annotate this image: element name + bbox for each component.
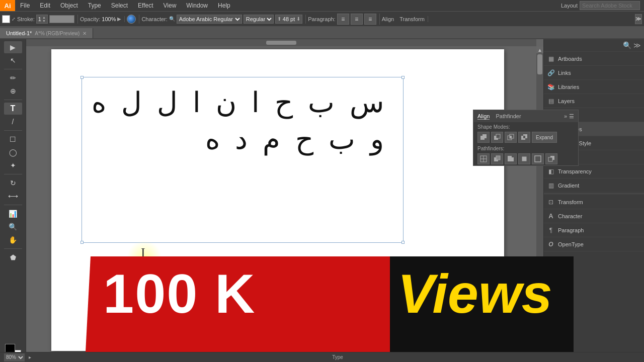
menu-help[interactable]: Help [213,1,235,10]
rect-tool[interactable]: ☐ [4,133,22,145]
panel-opentype[interactable]: O OpenType [544,237,644,251]
arabic-line1: س ب ح ا ن ا ل ل ه [92,84,388,121]
panel-gradient[interactable]: ▥ Gradient [544,178,644,193]
opentype-label: OpenType [558,241,584,247]
panel-links[interactable]: 🔗 Links [544,66,644,80]
layers-icon: ▤ [547,97,555,105]
hand-tool[interactable]: ✋ [4,234,22,246]
transparency-icon: ◧ [547,167,555,175]
scroll-thumb[interactable] [537,54,542,74]
align-panel-header[interactable]: Align Pathfinder » ☰ [473,110,578,122]
main-area: ▶ ↖ ✏ ⊕ T / ☐ ◯ ✦ ↻ ⟷ 📊 🔍 ✋ ⬟ [0,39,644,362]
pathfinders-label: Pathfinders: [473,144,578,152]
h-scroll-thumb[interactable] [266,41,296,45]
select-tool[interactable]: ▶ [4,41,22,53]
menu-bar: Ai File Edit Object Type Select Effect V… [0,0,644,11]
handle-br[interactable] [401,241,405,244]
scroll-up-btn[interactable]: ▲ [536,46,543,53]
document-tab[interactable]: Untitled-1* A*% (RGB/Preview) ✕ [0,28,93,38]
panel-toggle-btn[interactable]: ≫ [635,14,642,24]
merge-btn[interactable] [505,153,517,164]
panel-expand-arrows[interactable]: » [564,113,567,120]
type-tool[interactable]: T [4,103,22,115]
panel-libraries[interactable]: 📚 Libraries [544,80,644,94]
zoom-select[interactable]: 80% [4,353,25,361]
menu-view[interactable]: View [158,1,182,10]
menu-file[interactable]: File [15,1,35,10]
color-circle[interactable] [127,15,136,24]
panel-transform[interactable]: ⊡ Transform [544,195,644,209]
handle-bl[interactable] [80,241,84,244]
tab-close-btn[interactable]: ✕ [83,31,87,36]
minus-back-btn[interactable] [545,153,557,164]
stroke-down[interactable]: ▼ [42,19,46,23]
v-scrollbar[interactable]: ▲ ▼ [536,46,543,362]
panel-menu-btn[interactable]: ☰ [569,113,574,120]
character-label: Character: [141,16,167,22]
panel-paragraph[interactable]: ¶ Paragraph [544,223,644,237]
menu-effect[interactable]: Effect [133,1,158,10]
star-tool[interactable]: ✦ [4,159,22,171]
artboard-tool[interactable]: ⬟ [4,251,22,263]
scroll-track[interactable] [536,53,543,362]
fill-color-swatch[interactable] [2,15,10,23]
pen-tool[interactable]: ✏ [4,72,22,84]
unite-btn[interactable] [477,132,490,143]
panel-tabs: Align Pathfinder [477,113,521,120]
opacity-value: 100% [102,16,116,22]
stroke-up[interactable]: ▲ [42,16,46,19]
search-panel-icon[interactable]: 🔍 [623,41,631,49]
align-tab[interactable]: Align [477,113,490,120]
menu-select[interactable]: Select [106,1,133,10]
search-stock-input[interactable] [580,1,640,10]
intersect-btn[interactable] [505,132,517,143]
handle-tr[interactable] [401,76,405,79]
expand-shape-btn[interactable]: Expand [532,132,557,143]
align-left-btn[interactable]: ≡ [337,14,349,25]
trim-btn[interactable] [491,153,503,164]
ellipse-tool[interactable]: ◯ [4,146,22,158]
svg-rect-3 [496,134,500,138]
tab-name: Untitled-1* [6,30,32,36]
paragraph-panel-icon: ¶ [547,226,555,234]
pathfinders-row [473,152,578,165]
font-style-select[interactable]: Regular [244,15,274,24]
menu-window[interactable]: Window [181,1,213,10]
align-pathfinder-panel: Align Pathfinder » ☰ Shape Modes: Expand [473,110,579,166]
menu-type[interactable]: Type [83,1,106,10]
paragraph-panel-label: Paragraph [558,227,584,233]
gradient-icon: ▥ [547,182,555,190]
align-right-btn[interactable]: ≡ [364,14,376,25]
panel-artboards[interactable]: ▦ Artboards [544,52,644,66]
panel-character[interactable]: A Character [544,209,644,223]
tab-bar: Untitled-1* A*% (RGB/Preview) ✕ [0,26,644,39]
divide-btn[interactable] [477,153,490,164]
svg-rect-6 [510,136,512,138]
line-tool[interactable]: / [4,116,22,128]
panel-layers[interactable]: ▤ Layers [544,94,644,108]
font-select[interactable]: Adobe Arabic Regular [177,15,242,24]
graph-tool[interactable]: 📊 [4,208,22,220]
paragraph-label: Paragraph: [308,16,335,22]
minus-front-btn[interactable] [491,132,503,143]
exclude-btn[interactable] [518,132,530,143]
add-anchor-tool[interactable]: ⊕ [4,85,22,97]
align-center-btn[interactable]: ≡ [351,14,363,25]
panel-transparency[interactable]: ◧ Transparency [544,164,644,178]
opentype-icon: O [547,240,555,248]
crop-btn[interactable] [518,153,530,164]
pathfinder-tab[interactable]: Pathfinder [496,113,521,120]
outline-btn[interactable] [532,153,544,164]
h-scrollbar[interactable] [26,39,536,46]
artboard: س ب ح ا ن ا ل ل ه و ب ح م د ه I [51,49,504,351]
character-panel-label: Character [558,213,582,219]
collapse-panel-icon[interactable]: ≫ [633,41,641,49]
opacity-expand[interactable]: ▶ [117,16,121,22]
rotate-tool[interactable]: ↻ [4,177,22,189]
menu-object[interactable]: Object [55,1,83,10]
handle-tl[interactable] [80,76,84,79]
zoom-tool[interactable]: 🔍 [4,221,22,233]
menu-edit[interactable]: Edit [35,1,55,10]
direct-select-tool[interactable]: ↖ [4,54,22,66]
reflect-tool[interactable]: ⟷ [4,190,22,202]
